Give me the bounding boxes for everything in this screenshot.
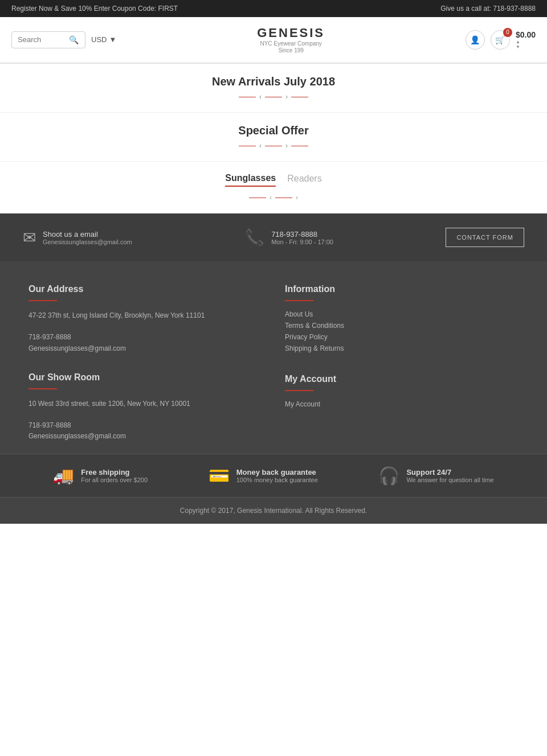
footer-information-title: Information bbox=[285, 284, 519, 294]
email-value: Genesissunglasses@gmail.com bbox=[43, 239, 132, 245]
special-offer-nav: ‹ › bbox=[11, 142, 536, 150]
footer-link-about[interactable]: About Us bbox=[285, 310, 519, 318]
so-nav-line-right bbox=[291, 146, 308, 146]
next-arrow-icon[interactable]: › bbox=[285, 93, 288, 101]
feature-shipping-text: Free shipping For all orders over $200 bbox=[81, 468, 148, 483]
footer-columns: Our Address 47-22 37th st, Long Island C… bbox=[28, 284, 519, 442]
promo-text: Register Now & Save 10% Enter Coupon Cod… bbox=[11, 5, 178, 13]
logo-subtitle: NYC Eyewear Company bbox=[257, 40, 325, 47]
email-contact-item: ✉ Shoot us a email Genesissunglasses@gma… bbox=[23, 228, 132, 247]
user-icon: 👤 bbox=[470, 35, 480, 44]
feature-support-text: Support 24/7 We answer for question all … bbox=[406, 468, 493, 483]
price-area: $0.00 ▲ ▼ bbox=[516, 30, 536, 50]
feature-support: 🎧 Support 24/7 We answer for question al… bbox=[378, 466, 493, 486]
email-icon: ✉ bbox=[23, 228, 36, 247]
tabs-header: Sunglasses Readers bbox=[225, 173, 321, 187]
cart-badge: 0 bbox=[503, 28, 512, 37]
footer-link-myaccount[interactable]: My Account bbox=[285, 400, 519, 408]
showroom-email: Genesissunglasses@gmail.com bbox=[28, 431, 262, 442]
cart-icon: 🛒 bbox=[495, 35, 505, 44]
top-bar: Register Now & Save 10% Enter Coupon Cod… bbox=[0, 0, 547, 17]
so-nav-line-left bbox=[239, 146, 256, 146]
cart-button[interactable]: 🛒 0 bbox=[491, 30, 510, 50]
special-offer-title: Special Offer bbox=[11, 124, 536, 137]
so-prev-arrow-icon[interactable]: ‹ bbox=[259, 142, 262, 150]
footer-link-shipping[interactable]: Shipping & Returns bbox=[285, 344, 519, 352]
search-input[interactable] bbox=[18, 35, 69, 44]
logo[interactable]: GENESIS NYC Eyewear Company Since 199 bbox=[257, 26, 325, 54]
shipping-icon: 🚚 bbox=[53, 466, 74, 486]
support-icon: 🎧 bbox=[378, 466, 399, 486]
search-box: 🔍 bbox=[11, 31, 85, 48]
phone-value: 718-937-8888 bbox=[271, 230, 333, 239]
header: 🔍 USD ▼ GENESIS NYC Eyewear Company Sinc… bbox=[0, 17, 547, 63]
shipping-title: Free shipping bbox=[81, 468, 148, 476]
header-left: 🔍 USD ▼ bbox=[11, 31, 116, 48]
moneyback-sub: 100% money back guarantee bbox=[236, 476, 318, 483]
footer-address-details: 47-22 37th st, Long Island City, Brookly… bbox=[28, 310, 262, 354]
tab-readers[interactable]: Readers bbox=[287, 174, 321, 186]
moneyback-icon: 💳 bbox=[209, 466, 230, 486]
nav-line-left bbox=[239, 97, 256, 97]
footer-address-title: Our Address bbox=[28, 284, 262, 294]
currency-label: USD bbox=[91, 35, 107, 44]
chevron-down-icon: ▼ bbox=[516, 44, 536, 50]
nav-line-center bbox=[265, 97, 282, 97]
price-arrows[interactable]: ▲ ▼ bbox=[516, 39, 536, 50]
phone-contact-item: 📞 718-937-8888 Mon - Fri: 9:00 - 17:00 bbox=[244, 228, 333, 247]
tab-sunglasses[interactable]: Sunglasses bbox=[225, 173, 276, 187]
tabs-prev-arrow-icon[interactable]: ‹ bbox=[270, 194, 272, 202]
shipping-sub: For all orders over $200 bbox=[81, 476, 148, 483]
feature-moneyback-text: Money back guarantee 100% money back gua… bbox=[236, 468, 318, 483]
user-button[interactable]: 👤 bbox=[466, 30, 485, 50]
nav-line-right bbox=[291, 97, 308, 97]
phone-info: 718-937-8888 Mon - Fri: 9:00 - 17:00 bbox=[271, 230, 333, 245]
address-email: Genesissunglasses@gmail.com bbox=[28, 343, 262, 354]
footer-information-underline bbox=[285, 300, 313, 301]
new-arrivals-title: New Arrivals July 2018 bbox=[11, 75, 536, 88]
copyright-text: Copyright © 2017, Genesis International.… bbox=[180, 507, 367, 515]
phone-text: Give us a call at: 718-937-8888 bbox=[440, 5, 536, 13]
footer-link-privacy[interactable]: Privacy Policy bbox=[285, 333, 519, 341]
footer-showroom-details: 10 West 33rd street, suite 1206, New Yor… bbox=[28, 398, 262, 442]
footer-showroom-title: Our Show Room bbox=[28, 372, 262, 383]
footer-myaccount-title: My Account bbox=[285, 374, 519, 384]
so-nav-line-center bbox=[265, 146, 282, 146]
feature-shipping: 🚚 Free shipping For all orders over $200 bbox=[53, 466, 148, 486]
phone-icon: 📞 bbox=[244, 228, 264, 247]
footer-information-col: Information About Us Terms & Conditions … bbox=[285, 284, 519, 442]
feature-moneyback: 💳 Money back guarantee 100% money back g… bbox=[209, 466, 318, 486]
prev-arrow-icon[interactable]: ‹ bbox=[259, 93, 262, 101]
product-tabs-section: Sunglasses Readers ‹ › bbox=[0, 162, 547, 213]
support-sub: We answer for question all time bbox=[406, 476, 493, 483]
support-title: Support 24/7 bbox=[406, 468, 493, 476]
footer-address-underline bbox=[28, 300, 57, 301]
currency-chevron-icon: ▼ bbox=[109, 35, 116, 44]
showroom-street: 10 West 33rd street, suite 1206, New Yor… bbox=[28, 398, 262, 409]
search-button[interactable]: 🔍 bbox=[69, 35, 79, 44]
new-arrivals-section: New Arrivals July 2018 ‹ › bbox=[0, 64, 547, 113]
tabs-next-arrow-icon[interactable]: › bbox=[296, 194, 298, 202]
tabs-nav-line-center bbox=[275, 198, 292, 198]
chevron-up-icon: ▲ bbox=[516, 39, 536, 44]
footer-link-terms[interactable]: Terms & Conditions bbox=[285, 322, 519, 330]
tabs-nav-line-left bbox=[249, 198, 266, 198]
bottom-features: 🚚 Free shipping For all orders over $200… bbox=[0, 454, 547, 497]
address-street: 47-22 37th st, Long Island City, Brookly… bbox=[28, 310, 262, 321]
hours-value: Mon - Fri: 9:00 - 17:00 bbox=[271, 239, 333, 245]
tabs-nav: ‹ › bbox=[249, 194, 298, 202]
email-info: Shoot us a email Genesissunglasses@gmail… bbox=[43, 230, 132, 245]
special-offer-section: Special Offer ‹ › bbox=[0, 113, 547, 162]
new-arrivals-nav: ‹ › bbox=[11, 93, 536, 101]
footer-address-col: Our Address 47-22 37th st, Long Island C… bbox=[28, 284, 262, 442]
so-next-arrow-icon[interactable]: › bbox=[285, 142, 288, 150]
address-phone: 718-937-8888 bbox=[28, 332, 262, 343]
footer-myaccount-underline bbox=[285, 390, 313, 391]
showroom-phone: 718-937-8888 bbox=[28, 420, 262, 431]
logo-since: Since 199 bbox=[257, 47, 325, 54]
contact-form-button[interactable]: CONTACT FORM bbox=[446, 228, 524, 247]
currency-selector[interactable]: USD ▼ bbox=[91, 35, 116, 44]
header-right: 👤 🛒 0 $0.00 ▲ ▼ bbox=[466, 30, 536, 50]
copyright-bar: Copyright © 2017, Genesis International.… bbox=[0, 497, 547, 524]
price-display: $0.00 bbox=[516, 30, 536, 39]
